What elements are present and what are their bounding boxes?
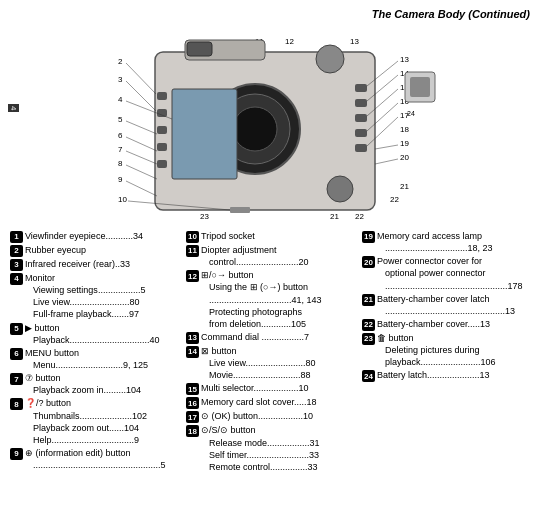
svg-line-49 bbox=[126, 121, 157, 134]
svg-text:21: 21 bbox=[330, 212, 339, 221]
svg-line-52 bbox=[126, 165, 157, 179]
svg-rect-31 bbox=[172, 89, 237, 179]
list-item: 11 Diopter adjustment control...........… bbox=[186, 244, 354, 268]
camera-diagram: 2 3 4 5 6 7 8 9 10 1 11 12 13 13 14 15 1… bbox=[100, 34, 440, 226]
svg-rect-36 bbox=[355, 129, 367, 137]
legend-column-3: 19 Memory card access lamp .............… bbox=[362, 230, 530, 473]
legend-column-2: 10 Tripod socket 11 Diopter adjustment c… bbox=[186, 230, 354, 473]
list-item: 17 ⊙ (OK) button..................10 bbox=[186, 410, 354, 423]
svg-text:21: 21 bbox=[400, 182, 409, 191]
svg-text:19: 19 bbox=[400, 139, 409, 148]
list-item: 7 ⑦ button Playback zoom in.........104 bbox=[10, 372, 178, 396]
list-item: 15 Multi selector..................10 bbox=[186, 382, 354, 395]
svg-point-32 bbox=[316, 45, 344, 73]
list-item: 22 Battery-chamber cover.....13 bbox=[362, 318, 530, 331]
list-item: 9 ⊕ (information edit) button ..........… bbox=[10, 447, 178, 471]
list-item: 20 Power connector cover for optional po… bbox=[362, 255, 530, 291]
svg-text:9: 9 bbox=[118, 175, 123, 184]
list-item: 1 Viewfinder eyepiece...........34 bbox=[10, 230, 178, 243]
list-item: 4 Monitor Viewing settings..............… bbox=[10, 272, 178, 321]
svg-line-60 bbox=[375, 145, 398, 149]
svg-line-46 bbox=[126, 63, 156, 94]
svg-text:8: 8 bbox=[118, 159, 123, 168]
svg-text:20: 20 bbox=[400, 153, 409, 162]
list-item: 24 Battery latch.....................13 bbox=[362, 369, 530, 382]
list-item: 3 Infrared receiver (rear)..33 bbox=[10, 258, 178, 271]
list-item: 8 ❓/? button Thumbnails.................… bbox=[10, 397, 178, 446]
list-item: 14 ⊠ button Live view...................… bbox=[186, 345, 354, 381]
svg-point-44 bbox=[327, 176, 353, 202]
svg-rect-42 bbox=[157, 160, 167, 168]
svg-rect-63 bbox=[410, 77, 430, 97]
svg-text:13: 13 bbox=[400, 55, 409, 64]
svg-line-50 bbox=[126, 137, 157, 151]
svg-rect-40 bbox=[157, 126, 167, 134]
legend-column-1: 1 Viewfinder eyepiece...........34 2 Rub… bbox=[10, 230, 178, 473]
svg-line-51 bbox=[126, 151, 157, 164]
svg-line-53 bbox=[126, 181, 157, 196]
list-item: 19 Memory card access lamp .............… bbox=[362, 230, 530, 254]
svg-rect-37 bbox=[355, 144, 367, 152]
svg-text:22: 22 bbox=[355, 212, 364, 221]
legend-area: 1 Viewfinder eyepiece...........34 2 Rub… bbox=[10, 230, 530, 473]
list-item: 12 ⊞/○→ button Using the ⊞ (○→) button .… bbox=[186, 269, 354, 330]
list-item: 21 Battery-chamber cover latch .........… bbox=[362, 293, 530, 317]
page-marker: 4 bbox=[8, 104, 19, 112]
svg-text:7: 7 bbox=[118, 145, 123, 154]
list-item: 23 🗑 button Deleting pictures during pla… bbox=[362, 332, 530, 368]
list-item: 13 Command dial .................7 bbox=[186, 331, 354, 344]
list-item: 5 ▶ button Playback.....................… bbox=[10, 322, 178, 346]
svg-text:24: 24 bbox=[407, 110, 415, 117]
svg-text:4: 4 bbox=[118, 95, 123, 104]
list-item: 16 Memory card slot cover.....18 bbox=[186, 396, 354, 409]
svg-point-30 bbox=[233, 107, 277, 151]
svg-text:12: 12 bbox=[285, 37, 294, 46]
list-item: 6 MENU button Menu......................… bbox=[10, 347, 178, 371]
svg-rect-39 bbox=[157, 109, 167, 117]
page-header: The Camera Body (Continued) bbox=[10, 8, 530, 20]
svg-rect-33 bbox=[355, 84, 367, 92]
svg-rect-43 bbox=[187, 42, 212, 56]
svg-rect-35 bbox=[355, 114, 367, 122]
svg-text:22: 22 bbox=[390, 195, 399, 204]
svg-line-61 bbox=[375, 159, 398, 164]
svg-rect-38 bbox=[157, 92, 167, 100]
svg-text:23: 23 bbox=[200, 212, 209, 221]
list-item: 10 Tripod socket bbox=[186, 230, 354, 243]
svg-text:10: 10 bbox=[118, 195, 127, 204]
svg-text:6: 6 bbox=[118, 131, 123, 140]
svg-text:2: 2 bbox=[118, 57, 123, 66]
svg-rect-34 bbox=[355, 99, 367, 107]
svg-text:18: 18 bbox=[400, 125, 409, 134]
camera-svg: 2 3 4 5 6 7 8 9 10 1 11 12 13 13 14 15 1… bbox=[100, 34, 440, 224]
svg-rect-45 bbox=[230, 207, 250, 213]
svg-text:13: 13 bbox=[350, 37, 359, 46]
svg-rect-41 bbox=[157, 143, 167, 151]
diagram-area: 4 2 3 4 5 6 7 8 9 10 1 11 12 13 13 14 15… bbox=[10, 24, 530, 224]
svg-text:3: 3 bbox=[118, 75, 123, 84]
svg-line-47 bbox=[126, 81, 156, 111]
svg-text:5: 5 bbox=[118, 115, 123, 124]
list-item: 18 ⊙/S/⊙ button Release mode............… bbox=[186, 424, 354, 473]
list-item: 2 Rubber eyecup bbox=[10, 244, 178, 257]
